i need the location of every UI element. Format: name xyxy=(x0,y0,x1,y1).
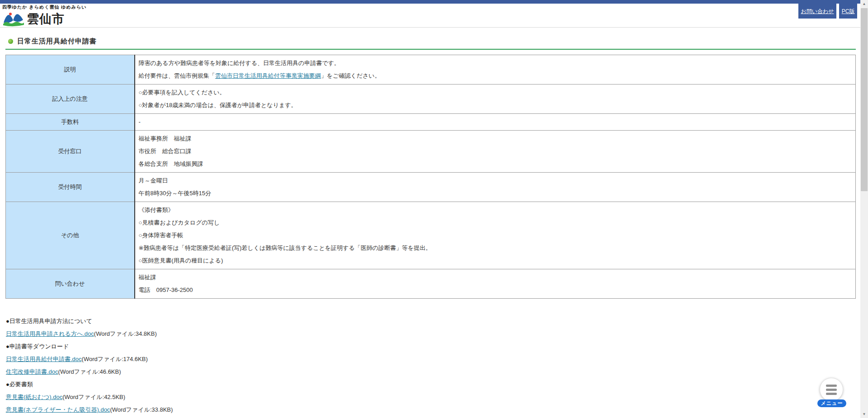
row-label: 手数料 xyxy=(6,114,135,131)
doc-file-link[interactable]: 日常生活用具給付申請書.doc xyxy=(6,356,82,362)
file-line: 住宅改修申請書.doc(Wordファイル:46.6KB) xyxy=(6,366,856,378)
table-row: 手数料 - xyxy=(6,114,856,131)
site-header: 四季ゆたか きらめく雲仙 ゆめみらい 雲仙市 お問い合わせ PC版 xyxy=(0,4,860,28)
file-meta: (Wordファイル:174.6KB) xyxy=(82,356,148,362)
file-line: 意見書(ネブライザー・たん吸引器).doc(Wordファイル:33.8KB) xyxy=(6,404,856,416)
table-row: 受付窓口 福祉事務所 福祉課 市役所 総合窓口課 各総合支所 地域振興課 xyxy=(6,131,856,173)
downloads-heading: ●日常生活用具申請方法について xyxy=(6,315,856,328)
file-meta: (Wordファイル:42.5KB) xyxy=(62,394,125,400)
downloads-heading: ●申請書等ダウンロード xyxy=(6,340,856,353)
page-title: 日常生活用具給付申請書 xyxy=(17,37,97,46)
file-line: 意見書(その他).doc(Wordファイル:34.3KB) xyxy=(6,416,856,418)
scroll-down-icon[interactable]: ▼ xyxy=(860,410,868,418)
menu-button-label: メニュー xyxy=(817,399,846,407)
description-line: 給付要件は、雲仙市例規集「雲仙市日常生活用具給付等事業実施要綱」をご確認ください… xyxy=(139,70,852,82)
doc-file-link[interactable]: 意見書(紙おむつ).doc xyxy=(6,394,62,400)
pc-version-button[interactable]: PC版 xyxy=(839,4,857,19)
site-tagline: 四季ゆたか きらめく雲仙 ゆめみらい xyxy=(2,4,86,10)
doc-file-link[interactable]: 意見書(ネブライザー・たん吸引器).doc xyxy=(6,406,110,413)
table-row: その他 《添付書類》 ○見積書およびカタログの写し ○身体障害者手帳 ※難病患者… xyxy=(6,202,856,269)
table-row: 受付時間 月～金曜日 午前8時30分～午後5時15分 xyxy=(6,173,856,202)
top-bar xyxy=(0,0,868,4)
hamburger-icon xyxy=(820,378,843,401)
menu-button[interactable]: メニュー xyxy=(818,378,844,409)
site-logo[interactable]: 四季ゆたか きらめく雲仙 ゆめみらい 雲仙市 xyxy=(2,4,86,27)
scrollbar-thumb[interactable] xyxy=(861,8,868,191)
file-meta: (Wordファイル:46.6KB) xyxy=(58,368,121,375)
doc-file-link[interactable]: 日常生活用具申請される方へ.doc xyxy=(6,330,94,337)
file-line: 日常生活用具給付申請書.doc(Wordファイル:174.6KB) xyxy=(6,353,856,366)
row-label: 受付窓口 xyxy=(6,131,135,173)
row-label: 問い合わせ xyxy=(6,269,135,299)
downloads-section: ●日常生活用具申請方法について 日常生活用具申請される方へ.doc(Wordファ… xyxy=(6,315,856,418)
scroll-up-icon[interactable]: ▲ xyxy=(860,0,868,8)
table-row: 問い合わせ 福祉課 電話 0957-36-2500 xyxy=(6,269,856,299)
site-name: 雲仙市 xyxy=(27,11,65,27)
downloads-heading: ●必要書類 xyxy=(6,378,856,391)
city-logo-icon xyxy=(2,11,25,27)
file-meta: (Wordファイル:34.8KB) xyxy=(94,330,157,337)
page: 四季ゆたか きらめく雲仙 ゆめみらい 雲仙市 お問い合わせ PC版 日常生活用具… xyxy=(0,0,868,418)
vertical-scrollbar[interactable]: ▲ ▼ xyxy=(860,0,868,418)
file-meta: (Wordファイル:33.8KB) xyxy=(110,406,173,413)
main-content: 日常生活用具給付申請書 説明 障害のある方や難病患者等を対象に給付する、日常生活… xyxy=(5,36,856,418)
description-line: 障害のある方や難病患者等を対象に給付する、日常生活用具の申請書です。 xyxy=(139,57,852,70)
contact-button[interactable]: お問い合わせ xyxy=(798,4,836,19)
row-label: 受付時間 xyxy=(6,173,135,202)
application-info-table: 説明 障害のある方や難病患者等を対象に給付する、日常生活用具の申請書です。 給付… xyxy=(5,55,856,299)
file-line: 意見書(紙おむつ).doc(Wordファイル:42.5KB) xyxy=(6,391,856,404)
table-row: 説明 障害のある方や難病患者等を対象に給付する、日常生活用具の申請書です。 給付… xyxy=(6,55,856,85)
page-title-row: 日常生活用具給付申請書 xyxy=(8,36,856,46)
row-label: 説明 xyxy=(6,55,135,85)
regulation-link[interactable]: 雲仙市日常生活用具給付等事業実施要綱 xyxy=(215,72,321,79)
row-label: その他 xyxy=(6,202,135,269)
title-divider xyxy=(5,49,856,50)
green-bullet-icon xyxy=(8,39,13,44)
file-line: 日常生活用具申請される方へ.doc(Wordファイル:34.8KB) xyxy=(6,328,856,340)
table-row: 記入上の注意 ○必要事項を記入してください。 ○対象者が18歳未満の場合は、保護… xyxy=(6,85,856,114)
doc-file-link[interactable]: 住宅改修申請書.doc xyxy=(6,368,58,375)
row-label: 記入上の注意 xyxy=(6,85,135,114)
